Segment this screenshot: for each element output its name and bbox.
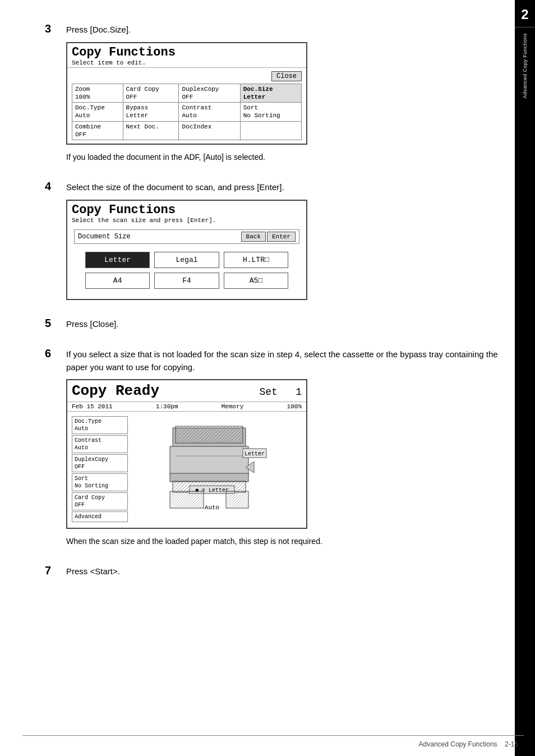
close-button[interactable]: Close [271,71,302,81]
step-7-text: Press <Start>. [66,564,120,578]
ready-right-illustration: Letter ■ ≡ Letter [128,416,302,523]
ready-set-info: Set 1 [259,386,302,398]
step-3: 3 Press [Doc.Size]. Copy Functions Selec… [45,22,501,163]
footer-rule [22,735,524,736]
machine-illustration: Letter ■ ≡ Letter [156,425,274,515]
size-btn-f4[interactable]: F4 [154,273,219,289]
footer-chapter-label: Advanced Copy Functions [419,740,497,748]
svg-text:Letter: Letter [245,451,265,457]
chapter-tab: 2 Advanced Copy Functions [515,0,535,756]
grid-cell-bypass[interactable]: BypassLetter [123,103,179,122]
doc-size-label: Document Size [78,233,131,241]
back-button[interactable]: Back [241,232,266,242]
scan-body: Document Size Back Enter Letter Legal H.… [67,225,306,299]
ready-title: Copy Ready [72,382,159,399]
ready-body: Doc.TypeAuto ContrastAuto DuplexCopyOFF … [67,412,306,528]
step-4: 4 Select the size of the document to sca… [45,180,501,300]
step-6-note: When the scan size and the loaded paper … [66,536,501,547]
svg-text:Auto: Auto [205,504,219,511]
step-6: 6 If you select a size that is not loade… [45,347,501,547]
screen1-subtitle: Select item to edit. [72,59,302,66]
grid-cell-doc-index[interactable]: DocIndex [179,121,240,140]
grid-row-3: CombineOFF Next Doc. DocIndex [72,121,302,140]
step-7-number: 7 [45,564,62,577]
scan-header: Copy Functions Select the scan size and … [67,201,306,225]
step-5-number: 5 [45,317,62,330]
grid-cell-sort[interactable]: SortNo Sorting [240,103,301,122]
ready-header: Copy Ready Set 1 [67,380,306,402]
grid-cell-combine[interactable]: CombineOFF [72,121,123,140]
grid-row-1: Zoom100% Card CopyOFF DuplexCopyOFF Doc.… [72,84,302,103]
svg-rect-11 [170,491,204,508]
left-item-doc-type[interactable]: Doc.TypeAuto [72,416,128,434]
footer-page-number: 2-15 [505,740,518,748]
step-7: 7 Press <Start>. [45,564,501,578]
set-number: 1 [296,386,302,398]
size-btn-legal[interactable]: Legal [154,252,219,268]
grid-cell-zoom[interactable]: Zoom100% [72,84,123,103]
left-item-card-copy[interactable]: Card CopyOFF [72,492,128,510]
step-3-note: If you loaded the document in the ADF, [… [66,151,501,163]
ready-date: Feb 15 2011 [72,403,113,410]
ready-time: 1:30pm [156,403,178,410]
left-item-advanced[interactable]: Advanced [72,511,128,522]
functions-grid: Zoom100% Card CopyOFF DuplexCopyOFF Doc.… [72,84,302,141]
ready-left-panel: Doc.TypeAuto ContrastAuto DuplexCopyOFF … [72,416,128,523]
doc-size-row: Document Size Back Enter [74,229,299,244]
left-item-contrast[interactable]: ContrastAuto [72,435,128,453]
step-6-text: If you select a size that is not loaded … [66,347,501,374]
grid-cell-doc-size[interactable]: Doc.SizeLetter [240,84,301,103]
size-btn-a5[interactable]: A5□ [224,273,288,289]
grid-cell-next-doc[interactable]: Next Doc. [123,121,179,140]
screen1-title: Copy Functions [72,45,302,59]
grid-cell-duplex-copy[interactable]: DuplexCopyOFF [179,84,240,103]
grid-cell-card-copy[interactable]: Card CopyOFF [123,84,179,103]
copy-functions-screen-1: Copy Functions Select item to edit. Clos… [66,42,307,145]
scan-nav-buttons: Back Enter [241,232,296,242]
enter-button[interactable]: Enter [267,232,296,242]
ready-info-row: Feb 15 2011 1:30pm Memory 100% [67,402,306,412]
grid-cell-empty [240,121,301,140]
footer-text: Advanced Copy Functions 2-15 [0,740,524,748]
grid-cell-doc-type[interactable]: Doc.TypeAuto [72,103,123,122]
set-label: Set [259,386,277,398]
step-4-number: 4 [45,180,62,193]
grid-cell-contrast[interactable]: ContrastAuto [179,103,240,122]
svg-rect-2 [170,446,248,474]
chapter-number: 2 [515,0,535,27]
step-5: 5 Press [Close]. [45,317,501,331]
scan-subtitle: Select the scan size and press [Enter]. [72,217,302,224]
ready-memory-value: 100% [287,403,302,410]
step-6-number: 6 [45,347,62,360]
step-3-text: Press [Doc.Size]. [66,22,131,36]
screen1-header: Copy Functions Select item to edit. [67,43,306,68]
step-3-number: 3 [45,22,62,35]
svg-rect-1 [176,426,243,443]
scan-title: Copy Functions [72,203,302,217]
svg-rect-12 [226,491,248,508]
size-buttons-grid: Letter Legal H.LTR□ A4 F4 A5□ [74,252,299,289]
size-btn-a4[interactable]: A4 [85,273,150,289]
step-4-text: Select the size of the document to scan,… [66,180,284,194]
svg-rect-7 [170,473,248,482]
size-btn-letter[interactable]: Letter [85,252,150,268]
left-item-duplex[interactable]: DuplexCopyOFF [72,454,128,472]
scan-size-screen: Copy Functions Select the scan size and … [66,200,307,300]
ready-memory-label: Memory [222,403,244,410]
step-5-text: Press [Close]. [66,317,118,331]
grid-row-2: Doc.TypeAuto BypassLetter ContrastAuto S… [72,103,302,122]
size-btn-hltr[interactable]: H.LTR□ [224,252,288,268]
chapter-label-side: Advanced Copy Functions [522,27,528,104]
close-btn-row: Close [72,71,302,81]
left-item-sort[interactable]: SortNo Sorting [72,473,128,491]
copy-ready-screen: Copy Ready Set 1 Feb 15 2011 1:30pm Memo… [66,379,307,529]
screen1-body: Close Zoom100% Card CopyOFF DuplexCopyOF… [67,68,306,144]
